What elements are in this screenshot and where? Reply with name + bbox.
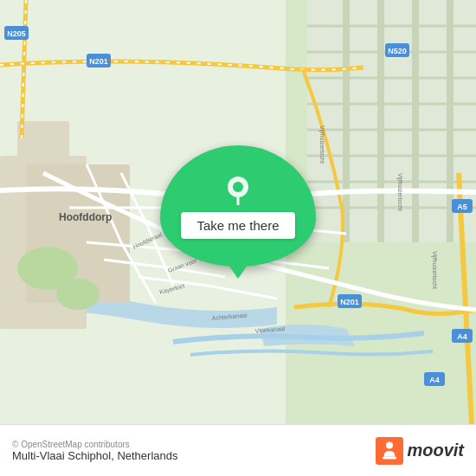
location-name: Multi-Vlaai Schiphol, Netherlands <box>12 449 177 462</box>
svg-text:N201: N201 <box>89 57 108 66</box>
svg-point-44 <box>233 182 243 192</box>
svg-text:A5: A5 <box>457 203 467 211</box>
map-container: N205 N201 N520 N201 A5 A4 A4 <box>0 0 476 424</box>
copyright-text: © OpenStreetMap contributors <box>12 440 177 449</box>
svg-point-19 <box>56 279 100 310</box>
svg-rect-16 <box>17 121 69 164</box>
moovit-logo: moovit <box>376 437 464 465</box>
svg-text:N520: N520 <box>388 47 407 55</box>
svg-text:Vijfhuizertocht: Vijfhuizertocht <box>318 125 325 164</box>
location-pin-icon <box>222 174 254 205</box>
svg-text:A4: A4 <box>429 376 440 384</box>
take-me-there-overlay[interactable]: Take me there <box>160 145 316 267</box>
svg-text:N205: N205 <box>7 29 26 38</box>
green-blob[interactable]: Take me there <box>160 145 316 267</box>
svg-text:N201: N201 <box>340 298 359 306</box>
svg-text:Hoofddorp: Hoofddorp <box>59 211 112 223</box>
moovit-icon <box>376 437 403 465</box>
moovit-label: moovit <box>407 441 464 460</box>
footer-bar: © OpenStreetMap contributors Multi-Vlaai… <box>0 424 476 476</box>
svg-point-46 <box>386 441 393 448</box>
svg-text:A4: A4 <box>457 332 467 341</box>
svg-text:Vijfhuizertocht: Vijfhuizertocht <box>396 173 403 211</box>
svg-rect-47 <box>383 456 396 459</box>
svg-text:Vijfhuizertocht: Vijfhuizertocht <box>431 251 438 289</box>
take-me-there-button[interactable]: Take me there <box>181 212 294 239</box>
footer-left: © OpenStreetMap contributors Multi-Vlaai… <box>12 440 177 462</box>
